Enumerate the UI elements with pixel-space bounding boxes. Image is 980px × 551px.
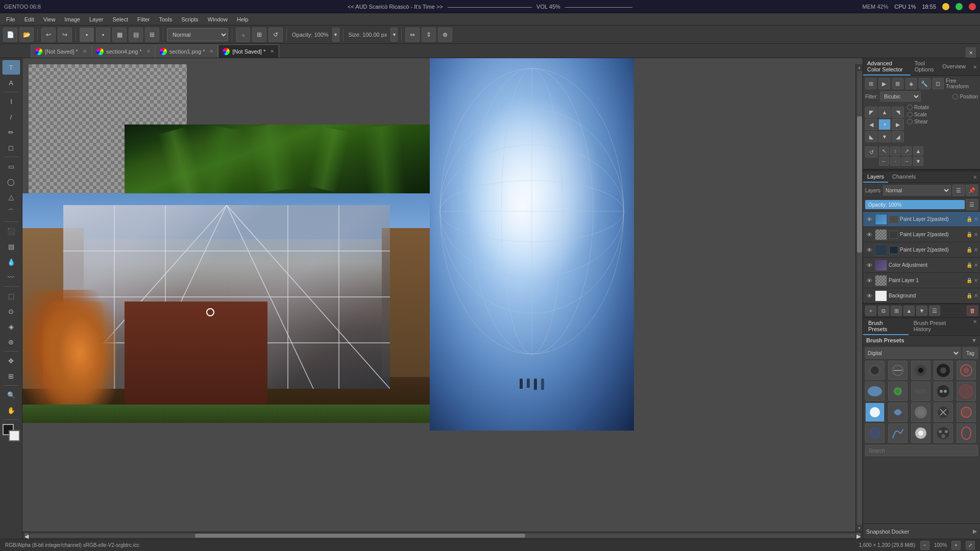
zoom-in-button[interactable]: +	[951, 541, 961, 550]
move-layer-up[interactable]: ▲	[903, 306, 915, 316]
view-mode-5[interactable]: ⊞	[145, 28, 159, 42]
mirror-v-button[interactable]: ⇕	[422, 28, 436, 42]
menu-image[interactable]: Image	[60, 15, 84, 23]
menu-view[interactable]: View	[39, 15, 60, 23]
maximize-button[interactable]	[955, 3, 963, 10]
tool-gradient[interactable]: ▤	[3, 239, 20, 254]
canvas-area[interactable]: ◀ ▶ ▲ ▼	[22, 58, 863, 539]
brush-item-4[interactable]	[934, 361, 953, 380]
tab-section4[interactable]: section4.png * ✕	[92, 44, 155, 58]
view-mode-3[interactable]: ▦	[112, 28, 127, 42]
tool-path[interactable]: ⌒	[3, 205, 20, 219]
background-color[interactable]	[9, 430, 20, 441]
brush-item-20[interactable]	[957, 423, 976, 443]
anchor-bl[interactable]: ◣	[865, 131, 877, 142]
transform-icon-1[interactable]: ⊞	[865, 78, 876, 89]
menu-file[interactable]: File	[2, 15, 19, 23]
hscrollbar-track[interactable]	[30, 534, 855, 538]
transform-icon-3[interactable]: ⊠	[892, 78, 903, 89]
panel-collapse-top[interactable]: ✕	[970, 63, 980, 71]
layer-row-0[interactable]: 👁 Paint Layer 2(pasted) 🔒 ✕	[863, 212, 980, 227]
brush-item-12[interactable]	[888, 403, 908, 422]
tab-channels[interactable]: Channels	[888, 171, 920, 183]
tool-btn-c[interactable]: ↺	[268, 28, 283, 42]
layers-panel-collapse[interactable]: ✕	[970, 173, 980, 181]
snapshot-expand[interactable]: ▶	[973, 528, 977, 535]
canvas-vscrollbar[interactable]: ▲ ▼	[855, 64, 863, 532]
step-up[interactable]: ▲	[913, 146, 923, 156]
brush-filter-select[interactable]: Digital	[865, 347, 961, 359]
tool-select-ellipse[interactable]: ⊙	[3, 304, 20, 318]
radio-rotate[interactable]: Rotate	[907, 105, 929, 110]
brush-item-1[interactable]	[865, 361, 885, 380]
tab-advanced-color-selector[interactable]: Advanced Color Selector	[863, 58, 911, 76]
tool-btn-a[interactable]: ⬦	[236, 28, 250, 42]
brush-item-13[interactable]	[911, 403, 930, 422]
tab-layers[interactable]: Layers	[863, 171, 888, 183]
menu-window[interactable]: Window	[204, 15, 232, 23]
tool-eyedrop[interactable]: 💧	[3, 255, 20, 269]
layer-eye-5[interactable]: 👁	[865, 292, 873, 300]
transform-icon-2[interactable]: ▶	[878, 78, 890, 89]
menu-scripts[interactable]: Scripts	[177, 15, 203, 23]
extra-button[interactable]: ⊕	[438, 28, 452, 42]
brush-item-11[interactable]	[865, 403, 885, 422]
tab-close-4[interactable]: ✕	[270, 48, 274, 54]
tool-hand[interactable]: ✋	[3, 403, 20, 417]
tool-transform2[interactable]: ⊞	[3, 369, 20, 383]
layer-icon-3[interactable]: ✕	[974, 262, 978, 268]
step-down[interactable]: ▼	[913, 157, 923, 166]
transform-icon-4[interactable]: ◈	[905, 78, 917, 89]
anchor-bc[interactable]: ▼	[878, 131, 891, 142]
brush-item-19[interactable]	[934, 423, 953, 443]
open-file-button[interactable]: 📂	[19, 28, 34, 42]
brush-tag-button[interactable]: Tag	[963, 347, 978, 359]
undo-button[interactable]: ↩	[41, 28, 56, 42]
brush-item-6[interactable]	[865, 382, 885, 401]
blend-mode-select[interactable]: Normal	[167, 28, 228, 41]
radio-position[interactable]: Position	[952, 94, 978, 99]
layer-icon-0[interactable]: ✕	[974, 216, 978, 222]
layer-row-3[interactable]: 👁 Color Adjustment 🔒 ✕	[863, 258, 980, 273]
tool-ellipse[interactable]: ◯	[3, 174, 20, 189]
brush-item-8[interactable]	[911, 382, 930, 401]
arrow-center[interactable]: ·	[890, 157, 900, 166]
tool-select-rect[interactable]: ⬚	[3, 289, 20, 303]
anchor-tr[interactable]: ◥	[892, 107, 904, 118]
transform-icon-5[interactable]: 🔧	[919, 78, 930, 89]
layer-row-1[interactable]: 👁 Paint Layer 2(pasted) 🔒 ✕	[863, 227, 980, 242]
view-mode-2[interactable]: ▪	[96, 28, 110, 42]
menu-layer[interactable]: Layer	[85, 15, 108, 23]
layer-eye-2[interactable]: 👁	[865, 246, 873, 254]
arrow-u[interactable]: ↑	[890, 146, 900, 156]
layer-row-5[interactable]: 👁 Background 🔒 ✕	[863, 288, 980, 304]
layers-mode-select[interactable]: Normal	[883, 185, 951, 195]
menu-tools[interactable]: Tools	[155, 15, 177, 23]
brush-item-17[interactable]	[888, 423, 908, 443]
brush-item-3[interactable]	[911, 361, 930, 380]
anchor-center[interactable]: ✦	[878, 119, 891, 130]
tool-select-contiguous[interactable]: ◈	[3, 319, 20, 334]
tab-brush-presets[interactable]: Brush Presets	[863, 318, 909, 335]
brush-search-input[interactable]	[865, 445, 978, 456]
layers-pin-btn[interactable]: 📌	[966, 185, 978, 196]
tool-fill[interactable]: ⬛	[3, 224, 20, 238]
opacity-slider[interactable]: Opacity: 100%	[865, 200, 965, 209]
fg-bg-color-selector[interactable]	[3, 424, 20, 441]
delete-layer-button[interactable]: 🗑	[967, 306, 978, 316]
anchor-tc[interactable]: ▲	[878, 107, 891, 118]
brush-item-2[interactable]	[888, 361, 908, 380]
tool-move[interactable]: ✥	[3, 354, 20, 368]
vscrollbar-track[interactable]	[857, 71, 862, 525]
anchor-ml[interactable]: ◀	[865, 119, 877, 130]
layer-eye-4[interactable]: 👁	[865, 277, 873, 285]
brush-item-7[interactable]	[888, 382, 908, 401]
hamburger-menu[interactable]: ☰	[929, 306, 940, 316]
menu-select[interactable]: Select	[108, 15, 132, 23]
layer-lock-3[interactable]: 🔒	[966, 262, 972, 268]
layers-menu-btn[interactable]: ☰	[952, 185, 965, 196]
view-mode-1[interactable]: ▪	[80, 28, 94, 42]
tab-section1[interactable]: section1.png * ✕	[155, 44, 218, 58]
tool-smudge[interactable]: 〰	[3, 270, 20, 284]
layer-eye-0[interactable]: 👁	[865, 215, 873, 223]
